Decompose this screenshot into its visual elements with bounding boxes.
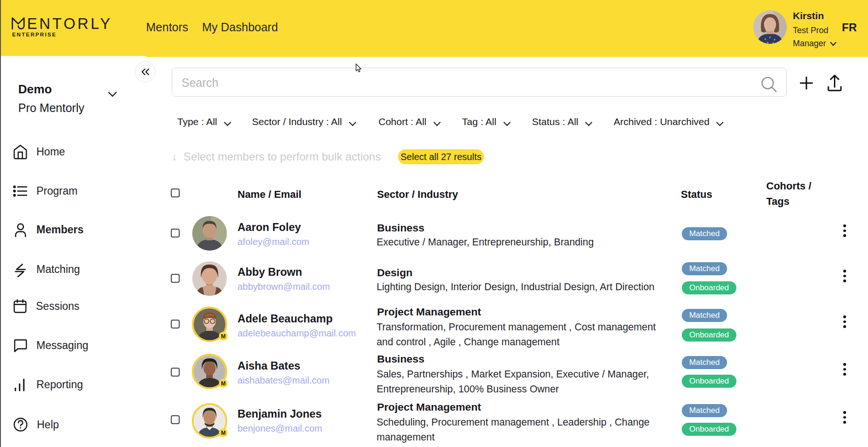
svg-text:ENTORLY: ENTORLY (27, 16, 112, 32)
svg-text:ENTERPRISE: ENTERPRISE (12, 32, 57, 37)
